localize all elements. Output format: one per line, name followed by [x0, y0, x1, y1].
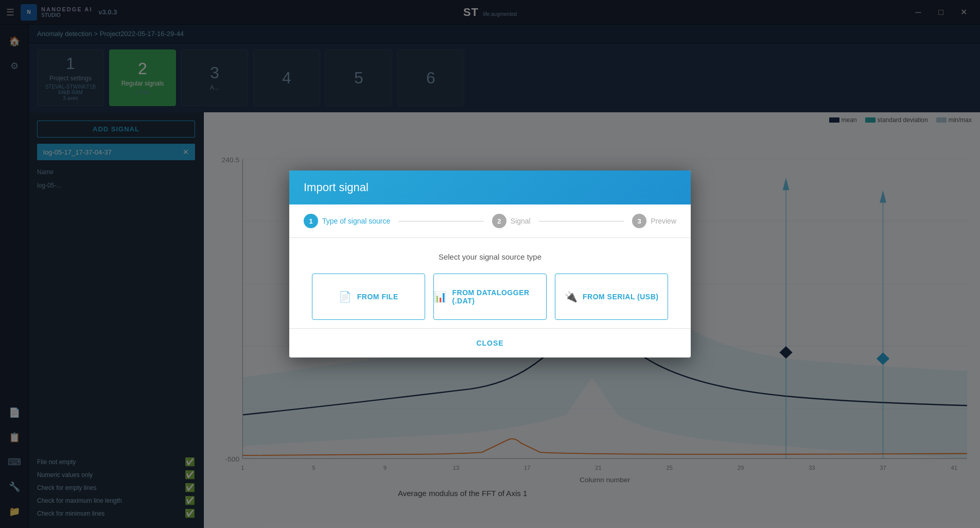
modal-close-button[interactable]: CLOSE [466, 336, 514, 350]
import-signal-modal: Import signal 1 Type of signal source 2 … [289, 171, 691, 357]
modal-footer: CLOSE [289, 328, 691, 357]
modal-header: Import signal [289, 171, 691, 205]
modal-step-divider-2 [539, 221, 624, 222]
modal-step-label-2: Signal [511, 217, 531, 225]
modal-step-label-1: Type of signal source [322, 217, 390, 225]
modal-body-title: Select your signal source type [304, 252, 676, 261]
signal-source-options: 📄 FROM FILE 📊 FROM DATALOGGER (.DAT) 🔌 F… [304, 274, 676, 320]
modal-title: Import signal [304, 181, 369, 194]
modal-steps: 1 Type of signal source 2 Signal 3 Previ… [289, 205, 691, 238]
modal-body: Select your signal source type 📄 FROM FI… [289, 238, 691, 328]
source-option-serial[interactable]: 🔌 FROM SERIAL (USB) [555, 274, 668, 320]
datalogger-icon: 📊 [434, 291, 447, 303]
modal-step-divider-1 [398, 221, 484, 222]
modal-step-3: 3 Preview [632, 214, 676, 228]
modal-step-circle-2: 2 [492, 214, 506, 228]
source-option-file[interactable]: 📄 FROM FILE [312, 274, 425, 320]
file-icon: 📄 [339, 291, 352, 303]
modal-step-2: 2 Signal [492, 214, 531, 228]
source-option-datalogger[interactable]: 📊 FROM DATALOGGER (.DAT) [433, 274, 547, 320]
modal-step-circle-1: 1 [304, 214, 318, 228]
usb-icon: 🔌 [565, 291, 578, 303]
modal-step-circle-3: 3 [632, 214, 646, 228]
modal-step-1: 1 Type of signal source [304, 214, 390, 228]
modal-step-label-3: Preview [651, 217, 676, 225]
modal-overlay: Import signal 1 Type of signal source 2 … [0, 0, 980, 528]
